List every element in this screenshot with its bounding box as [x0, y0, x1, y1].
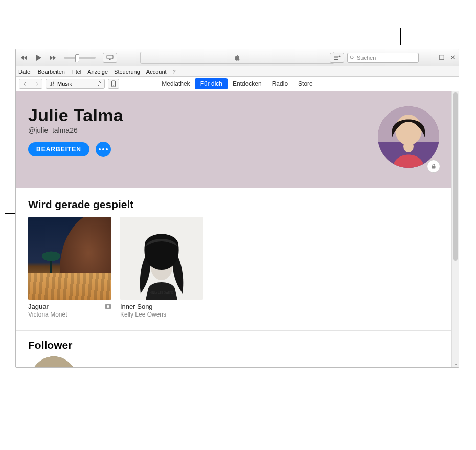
- search-input[interactable]: Suchen: [347, 53, 419, 63]
- play-button[interactable]: [33, 54, 43, 62]
- navigation-toolbar: Musik Mediathek Für dich Entdecken Radio…: [16, 77, 459, 91]
- profile-avatar[interactable]: [378, 106, 439, 168]
- music-note-icon: [49, 81, 54, 86]
- svg-point-12: [403, 140, 414, 152]
- svg-rect-0: [107, 55, 113, 59]
- album-title: Inner Song: [120, 303, 153, 310]
- previous-track-button[interactable]: [19, 54, 29, 62]
- menu-datei[interactable]: Datei: [18, 69, 32, 75]
- tab-radio[interactable]: Radio: [267, 78, 293, 89]
- album-title: Jaguar: [28, 303, 49, 310]
- scrollbar-down-icon: ⌄: [452, 361, 459, 366]
- vertical-scrollbar[interactable]: ⌄: [451, 91, 459, 367]
- menu-titel[interactable]: Titel: [71, 69, 81, 75]
- tab-fuer-dich[interactable]: Für dich: [195, 78, 228, 89]
- followers-heading: Follower: [28, 339, 439, 351]
- svg-rect-13: [432, 166, 436, 169]
- close-button[interactable]: ✕: [450, 54, 456, 61]
- search-icon: [350, 55, 355, 60]
- tab-mediathek[interactable]: Mediathek: [156, 78, 195, 89]
- airplay-button[interactable]: [103, 53, 117, 63]
- menu-anzeige[interactable]: Anzeige: [87, 69, 108, 75]
- now-playing-section: Wird gerade gespielt Jaguar E Victoria M…: [16, 188, 451, 318]
- next-track-button[interactable]: [48, 54, 58, 62]
- menubar: Datei Bearbeiten Titel Anzeige Steuerung…: [16, 66, 459, 77]
- maximize-button[interactable]: ☐: [439, 54, 445, 61]
- nav-forward-button[interactable]: [31, 79, 42, 88]
- album-cover[interactable]: [28, 217, 111, 300]
- explicit-badge: E: [105, 304, 111, 309]
- apple-logo-icon: [234, 54, 241, 61]
- itunes-window: Suchen — ☐ ✕ Datei Bearbeiten Titel Anze…: [15, 49, 459, 368]
- svg-rect-2: [334, 57, 338, 58]
- svg-rect-17: [28, 356, 79, 368]
- media-type-selector[interactable]: Musik: [46, 79, 105, 89]
- menu-help[interactable]: ?: [173, 69, 176, 75]
- svg-rect-1: [334, 56, 338, 57]
- updown-icon: [97, 81, 101, 86]
- media-selector-label: Musik: [57, 81, 72, 87]
- now-playing-display: [140, 52, 334, 64]
- minimize-button[interactable]: —: [427, 54, 434, 61]
- svg-point-8: [113, 85, 114, 86]
- followers-section: Follower: [16, 331, 451, 368]
- up-next-button[interactable]: [330, 53, 344, 63]
- album-artist: Kelly Lee Owens: [120, 311, 203, 318]
- section-tabs: Mediathek Für dich Entdecken Radio Store: [156, 78, 318, 89]
- privacy-lock-badge[interactable]: [427, 160, 440, 173]
- svg-point-5: [350, 56, 353, 59]
- menu-account[interactable]: Account: [146, 69, 167, 75]
- album-cover[interactable]: KELLY LEE OWENS: [120, 217, 203, 300]
- callout-line-right: [400, 28, 401, 45]
- scrollbar-thumb[interactable]: [453, 92, 458, 261]
- svg-point-4: [339, 55, 341, 57]
- edit-profile-button[interactable]: BEARBEITEN: [28, 142, 89, 156]
- profile-name: Julie Talma: [28, 105, 439, 125]
- menu-steuerung[interactable]: Steuerung: [114, 69, 140, 75]
- lock-icon: [430, 163, 437, 169]
- callout-line-left: [5, 28, 5, 421]
- svg-text:KELLY LEE OWENS: KELLY LEE OWENS: [150, 291, 174, 294]
- album-item[interactable]: Jaguar E Victoria Monét: [28, 217, 111, 318]
- device-button[interactable]: [108, 79, 119, 89]
- nav-back-button[interactable]: [19, 79, 31, 88]
- album-artist: Victoria Monét: [28, 311, 111, 318]
- album-item[interactable]: KELLY LEE OWENS Inner Song Kelly Lee Owe…: [120, 217, 203, 318]
- svg-line-6: [353, 58, 355, 60]
- profile-header: Julie Talma @julie_talma26 BEARBEITEN: [16, 91, 451, 188]
- volume-slider[interactable]: [64, 57, 96, 59]
- follower-avatar[interactable]: [28, 356, 79, 368]
- svg-rect-3: [334, 59, 338, 60]
- search-placeholder: Suchen: [357, 55, 376, 61]
- tab-store[interactable]: Store: [293, 78, 318, 89]
- titlebar: Suchen — ☐ ✕: [16, 49, 459, 66]
- more-actions-button[interactable]: [96, 142, 111, 157]
- tab-entdecken[interactable]: Entdecken: [228, 78, 267, 89]
- menu-bearbeiten[interactable]: Bearbeiten: [38, 69, 65, 75]
- now-playing-heading: Wird gerade gespielt: [28, 198, 439, 211]
